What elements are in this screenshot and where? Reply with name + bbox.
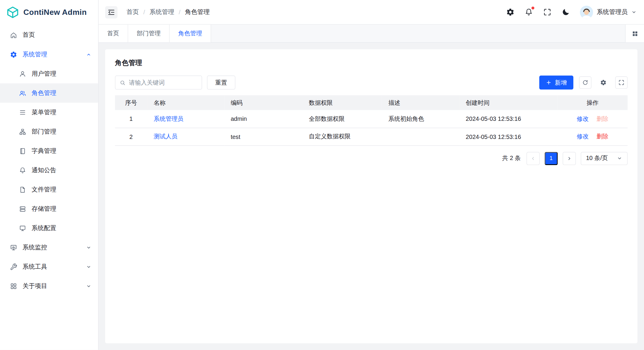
sidebar-item-menu-management[interactable]: 菜单管理	[0, 103, 98, 122]
breadcrumb: 首页 / 系统管理 / 角色管理	[126, 8, 210, 16]
sidebar-item-storage-management[interactable]: 存储管理	[0, 199, 98, 218]
book-icon	[19, 147, 26, 155]
tab-home[interactable]: 首页	[99, 25, 128, 42]
edit-link[interactable]: 修改	[577, 115, 589, 122]
sidebar-item-label: 通知公告	[32, 166, 56, 174]
fullscreen-button[interactable]	[543, 8, 552, 16]
sidebar-item-label: 系统工具	[23, 263, 47, 270]
breadcrumb-system-management[interactable]: 系统管理	[150, 8, 174, 16]
page-size-select[interactable]: 10 条/页	[581, 152, 628, 165]
pagination-prev-button[interactable]	[526, 152, 539, 165]
logo-icon	[6, 6, 19, 19]
sidebar-item-label: 用户管理	[32, 70, 56, 77]
moon-icon	[561, 8, 570, 16]
storage-icon	[19, 205, 26, 213]
file-icon	[19, 186, 26, 193]
bell-icon	[19, 167, 26, 174]
page-content: 角色管理 重置 新增	[99, 43, 644, 350]
chevron-down-icon	[631, 9, 637, 15]
tab-label: 角色管理	[178, 30, 202, 37]
plus-icon	[546, 80, 551, 85]
column-header-name: 名称	[147, 95, 224, 110]
sidebar-item-department-management[interactable]: 部门管理	[0, 122, 98, 141]
search-icon	[120, 80, 126, 86]
cell-created: 2024-05-03 12:53:16	[459, 110, 557, 128]
sidebar-item-system-config[interactable]: 系统配置	[0, 218, 98, 238]
notification-dot	[531, 7, 534, 9]
pagination-page-1[interactable]: 1	[545, 152, 558, 165]
table-header-row: 序号 名称 编码 数据权限 描述 创建时间 操作	[115, 95, 627, 110]
delete-link[interactable]: 删除	[596, 133, 608, 140]
cell-scope: 自定义数据权限	[302, 128, 382, 145]
notifications-button[interactable]	[524, 8, 533, 16]
search-input[interactable]	[129, 79, 197, 86]
role-name-link[interactable]: 系统管理员	[154, 115, 183, 122]
gear-icon	[10, 51, 17, 58]
column-header-desc: 描述	[382, 95, 459, 110]
dark-mode-button[interactable]	[561, 8, 570, 16]
pagination-next-button[interactable]	[563, 152, 576, 165]
tab-options-button[interactable]	[625, 25, 644, 42]
table-row: 2 测试人员 test 自定义数据权限 2024-05-03 12:53:16 …	[115, 128, 627, 145]
main-area: 首页 / 系统管理 / 角色管理	[99, 0, 644, 350]
chevron-down-icon	[86, 245, 91, 250]
sidebar-item-system-monitor[interactable]: 系统监控	[0, 238, 98, 257]
reset-button[interactable]: 重置	[207, 76, 235, 90]
expand-icon	[618, 79, 625, 86]
table-fullscreen-button[interactable]	[615, 76, 627, 88]
add-button[interactable]: 新增	[539, 76, 573, 90]
user-menu[interactable]: 系统管理员	[580, 6, 637, 19]
sidebar-item-dictionary-management[interactable]: 字典管理	[0, 141, 98, 161]
sidebar-menu: 首页 系统管理 用户管理 角色	[0, 25, 98, 296]
breadcrumb-home[interactable]: 首页	[126, 8, 139, 16]
column-header-scope: 数据权限	[302, 95, 382, 110]
sidebar-item-system-tools[interactable]: 系统工具	[0, 257, 98, 276]
sidebar-item-role-management[interactable]: 角色管理	[0, 83, 98, 103]
monitor-icon	[19, 224, 26, 232]
user-icon	[19, 70, 26, 77]
chevron-right-icon	[567, 156, 572, 161]
sidebar-item-label: 菜单管理	[32, 108, 56, 116]
app-title: ContiNew Admin	[23, 8, 87, 17]
chevron-up-icon	[86, 52, 91, 57]
sidebar-item-label: 存储管理	[32, 205, 56, 213]
app-root: ContiNew Admin 首页 系统管理	[0, 0, 644, 350]
tab-department[interactable]: 部门管理	[128, 25, 170, 42]
tab-label: 部门管理	[137, 30, 161, 37]
sidebar-item-label: 字典管理	[32, 147, 56, 155]
sidebar-item-about-project[interactable]: 关于项目	[0, 276, 98, 296]
chevron-left-icon	[531, 156, 536, 161]
settings-button[interactable]	[506, 8, 515, 16]
sidebar-item-system-management[interactable]: 系统管理	[0, 45, 98, 64]
column-header-code: 编码	[224, 95, 302, 110]
monitor-chart-icon	[10, 244, 17, 251]
chevron-down-icon	[617, 156, 622, 161]
sidebar-item-home[interactable]: 首页	[0, 26, 98, 45]
sidebar-item-label: 关于项目	[23, 282, 47, 290]
column-header-created: 创建时间	[459, 95, 557, 110]
sidebar-item-file-management[interactable]: 文件管理	[0, 180, 98, 199]
sidebar-item-label: 系统管理	[23, 50, 47, 58]
pagination: 共 2 条 1 10 条/页	[115, 152, 627, 165]
menu-fold-icon	[107, 8, 115, 16]
column-header-index: 序号	[115, 95, 147, 110]
tab-role[interactable]: 角色管理	[170, 25, 211, 42]
logo[interactable]: ContiNew Admin	[0, 0, 98, 25]
grid-icon	[632, 30, 638, 37]
tab-label: 首页	[107, 30, 119, 37]
menu-list-icon	[19, 109, 26, 116]
delete-link: 删除	[596, 115, 608, 122]
cell-index: 1	[115, 110, 147, 128]
column-settings-button[interactable]	[597, 76, 609, 88]
chevron-down-icon	[86, 283, 91, 289]
refresh-icon	[582, 79, 588, 86]
role-name-link[interactable]: 测试人员	[154, 133, 178, 140]
add-button-label: 新增	[555, 79, 567, 86]
cell-code: test	[224, 128, 302, 145]
org-tree-icon	[19, 128, 26, 135]
sidebar-item-notice[interactable]: 通知公告	[0, 161, 98, 180]
sidebar-item-user-management[interactable]: 用户管理	[0, 64, 98, 83]
edit-link[interactable]: 修改	[577, 133, 589, 140]
refresh-button[interactable]	[579, 76, 591, 88]
sidebar-collapse-button[interactable]	[105, 6, 117, 18]
